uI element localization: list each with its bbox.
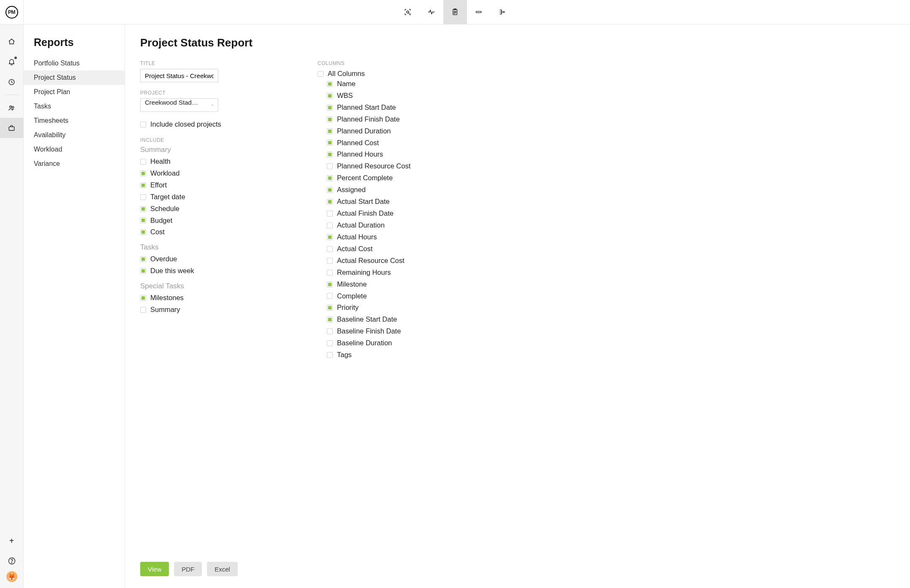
project-select[interactable]: Creekwood Stad… (140, 98, 218, 112)
checkbox-label: Budget (150, 216, 172, 226)
checkbox-icon (140, 256, 146, 262)
column-opt-12[interactable]: Actual Duration (327, 220, 495, 230)
summary-opt-6[interactable]: Cost (140, 227, 292, 237)
checkbox-label: Complete (337, 291, 367, 301)
svg-rect-1 (453, 9, 457, 15)
checkbox-icon (327, 199, 333, 205)
checkbox-label: Baseline Finish Date (337, 326, 401, 336)
top-tool-link[interactable] (467, 0, 491, 24)
summary-opt-0[interactable]: Health (140, 157, 292, 167)
project-label: PROJECT (140, 90, 292, 96)
column-opt-8[interactable]: Percent Complete (327, 173, 495, 183)
column-opt-11[interactable]: Actual Finish Date (327, 209, 495, 219)
top-tool-flow[interactable] (491, 0, 514, 24)
title-label: TITLE (140, 60, 292, 66)
tasks-opt-1[interactable]: Due this week (140, 266, 292, 276)
column-opt-16[interactable]: Remaining Hours (327, 268, 495, 278)
checkbox-label: Health (150, 157, 171, 167)
column-opt-21[interactable]: Baseline Finish Date (327, 326, 495, 336)
side-item-availability[interactable]: Availability (24, 128, 125, 142)
summary-opt-2[interactable]: Effort (140, 180, 292, 190)
checkbox-icon (327, 81, 333, 87)
checkbox-label: Planned Hours (337, 149, 383, 160)
user-avatar[interactable]: 🦊 (6, 571, 17, 582)
summary-opt-3[interactable]: Target date (140, 192, 292, 202)
checkbox-label: Actual Start Date (337, 197, 390, 207)
side-item-portfolio-status[interactable]: Portfolio Status (24, 56, 125, 70)
column-opt-6[interactable]: Planned Hours (327, 149, 495, 160)
special-opt-1[interactable]: Summary (140, 305, 292, 315)
checkbox-icon (140, 295, 146, 301)
column-opt-7[interactable]: Planned Resource Cost (327, 161, 495, 171)
checkbox-icon (327, 128, 333, 134)
rail-briefcase[interactable] (0, 118, 24, 138)
side-item-workload[interactable]: Workload (24, 142, 125, 157)
column-opt-13[interactable]: Actual Hours (327, 232, 495, 242)
column-opt-4[interactable]: Planned Duration (327, 126, 495, 136)
home-icon (8, 38, 16, 46)
column-opt-18[interactable]: Complete (327, 291, 495, 301)
top-tool-pulse[interactable] (420, 0, 443, 24)
pdf-button[interactable]: PDF (174, 562, 202, 576)
report-title-input[interactable] (140, 69, 218, 82)
summary-opt-1[interactable]: Workload (140, 168, 292, 179)
special-opt-0[interactable]: Milestones (140, 293, 292, 303)
tasks-opt-0[interactable]: Overdue (140, 254, 292, 264)
checkbox-icon (327, 117, 333, 122)
checkbox-label: Workload (150, 168, 179, 179)
column-opt-5[interactable]: Planned Cost (327, 138, 495, 148)
checkbox-label: All Columns (328, 69, 365, 79)
checkbox-label: Target date (150, 192, 185, 202)
checkbox-icon (140, 182, 146, 188)
rail-clock[interactable] (0, 72, 24, 92)
top-tool-report[interactable] (443, 0, 467, 24)
logo[interactable]: PM (0, 0, 24, 24)
checkbox-label: Name (337, 79, 356, 89)
side-item-variance[interactable]: Variance (24, 157, 125, 171)
top-tool-scan[interactable] (396, 0, 420, 24)
column-opt-17[interactable]: Milestone (327, 279, 495, 290)
link-icon (475, 8, 483, 16)
checkbox-icon (327, 175, 333, 181)
checkbox-icon (140, 159, 146, 165)
checkbox-icon (140, 229, 146, 235)
checkbox-label: Baseline Start Date (337, 314, 397, 325)
side-panel-title: Reports (24, 36, 125, 56)
checkbox-icon (327, 305, 333, 311)
summary-opt-5[interactable]: Budget (140, 216, 292, 226)
column-opt-10[interactable]: Actual Start Date (327, 197, 495, 207)
side-item-timesheets[interactable]: Timesheets (24, 114, 125, 128)
column-opt-3[interactable]: Planned Finish Date (327, 114, 495, 125)
column-opt-20[interactable]: Baseline Start Date (327, 314, 495, 325)
column-opt-19[interactable]: Priority (327, 303, 495, 313)
checkbox-icon (327, 234, 333, 240)
column-opt-9[interactable]: Assigned (327, 185, 495, 195)
help-button[interactable] (0, 551, 24, 571)
column-opt-1[interactable]: WBS (327, 91, 495, 101)
column-opt-23[interactable]: Tags (327, 350, 495, 360)
side-item-tasks[interactable]: Tasks (24, 99, 125, 114)
column-opt-14[interactable]: Actual Cost (327, 244, 495, 254)
column-opt-2[interactable]: Planned Start Date (327, 103, 495, 113)
columns-scroll[interactable]: All Columns NameWBSPlanned Start DatePla… (318, 69, 499, 555)
main-area: Project Status Report TITLE PROJECT Cree… (125, 24, 910, 588)
summary-opt-4[interactable]: Schedule (140, 204, 292, 214)
checkbox-icon (327, 140, 333, 146)
include-closed-checkbox[interactable]: Include closed projects (140, 119, 292, 130)
column-opt-15[interactable]: Actual Resource Cost (327, 256, 495, 266)
add-button[interactable]: + (0, 531, 24, 551)
pulse-icon (427, 8, 435, 16)
side-item-project-status[interactable]: Project Status (24, 70, 125, 85)
rail-home[interactable] (0, 31, 24, 51)
side-item-project-plan[interactable]: Project Plan (24, 85, 125, 99)
svg-point-10 (11, 563, 12, 563)
checkbox-icon (318, 71, 323, 77)
columns-all-checkbox[interactable]: All Columns (318, 69, 495, 79)
rail-people[interactable] (0, 98, 24, 118)
view-button[interactable]: View (140, 562, 169, 576)
excel-button[interactable]: Excel (207, 562, 238, 576)
column-opt-22[interactable]: Baseline Duration (327, 338, 495, 348)
column-opt-0[interactable]: Name (327, 79, 495, 89)
rail-bell[interactable] (0, 51, 24, 72)
checkbox-icon (327, 246, 333, 252)
